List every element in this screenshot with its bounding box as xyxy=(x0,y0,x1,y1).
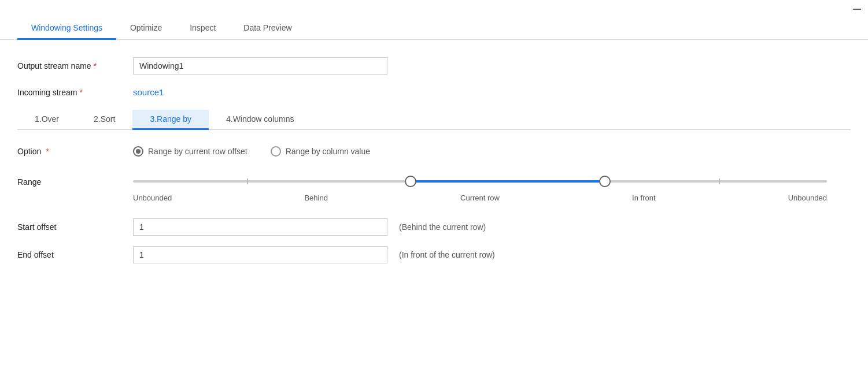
main-window: Windowing Settings Optimize Inspect Data… xyxy=(0,0,868,383)
range-label-unbounded-right: Unbounded xyxy=(788,194,827,202)
start-offset-row: Start offset (Behind the current row) xyxy=(17,218,851,236)
start-offset-label: Start offset xyxy=(17,222,133,232)
sub-tabs: 1.Over 2.Sort 3.Range by 4.Window column… xyxy=(17,110,851,130)
radio-circle-1[interactable] xyxy=(133,146,143,157)
slider-track-wrapper xyxy=(133,173,827,190)
end-offset-row: End offset (In front of the current row) xyxy=(17,246,851,263)
top-bar xyxy=(0,0,868,16)
option-label: Option * xyxy=(17,147,133,156)
sub-tab-sort[interactable]: 2.Sort xyxy=(76,110,132,130)
range-container: Unbounded Behind Current row In front Un… xyxy=(133,173,827,202)
radio-label-2: Range by column value xyxy=(286,147,370,156)
range-label-behind: Behind xyxy=(304,194,327,202)
incoming-stream-label: Incoming stream* xyxy=(17,88,133,97)
slider-fill xyxy=(411,180,605,183)
range-label-current-row: Current row xyxy=(460,194,500,202)
radio-circle-2[interactable] xyxy=(271,146,281,157)
start-offset-input[interactable] xyxy=(133,218,387,236)
range-label-unbounded-left: Unbounded xyxy=(133,194,172,202)
radio-label-1: Range by current row offset xyxy=(148,147,248,156)
range-row: Range Unbound xyxy=(17,173,851,202)
required-star-output: * xyxy=(94,61,97,70)
option-row: Option * Range by current row offset Ran… xyxy=(17,146,851,157)
slider-thumb-start[interactable] xyxy=(405,176,416,187)
required-star-option: * xyxy=(43,147,49,156)
output-stream-label: Output stream name* xyxy=(17,61,133,70)
required-star-incoming: * xyxy=(79,88,82,97)
range-label: Range xyxy=(17,173,133,187)
radio-column-value[interactable]: Range by column value xyxy=(271,146,370,157)
minimize-icon[interactable] xyxy=(853,9,861,10)
main-tabs: Windowing Settings Optimize Inspect Data… xyxy=(0,16,868,40)
tab-optimize[interactable]: Optimize xyxy=(116,16,176,40)
sub-tab-range-by[interactable]: 3.Range by xyxy=(132,110,209,130)
start-offset-hint: (Behind the current row) xyxy=(399,222,486,232)
end-offset-label: End offset xyxy=(17,250,133,259)
tab-data-preview[interactable]: Data Preview xyxy=(230,16,305,40)
output-stream-input[interactable] xyxy=(133,57,387,75)
end-offset-input[interactable] xyxy=(133,246,387,263)
radio-group: Range by current row offset Range by col… xyxy=(133,146,370,157)
radio-current-row-offset[interactable]: Range by current row offset xyxy=(133,146,248,157)
range-label-in-front: In front xyxy=(632,194,655,202)
incoming-stream-link[interactable]: source1 xyxy=(133,87,164,97)
tick-1 xyxy=(247,179,248,184)
sub-tab-window-columns[interactable]: 4.Window columns xyxy=(209,110,312,130)
tick-4 xyxy=(719,179,720,184)
slider-thumb-end[interactable] xyxy=(599,176,611,187)
content-area: Output stream name* Incoming stream* sou… xyxy=(0,40,868,291)
output-stream-row: Output stream name* xyxy=(17,57,851,75)
tab-inspect[interactable]: Inspect xyxy=(176,16,230,40)
tab-windowing-settings[interactable]: Windowing Settings xyxy=(17,16,116,40)
incoming-stream-row: Incoming stream* source1 xyxy=(17,87,851,97)
sub-tab-over[interactable]: 1.Over xyxy=(17,110,76,130)
range-labels: Unbounded Behind Current row In front Un… xyxy=(133,194,827,202)
end-offset-hint: (In front of the current row) xyxy=(399,250,495,259)
